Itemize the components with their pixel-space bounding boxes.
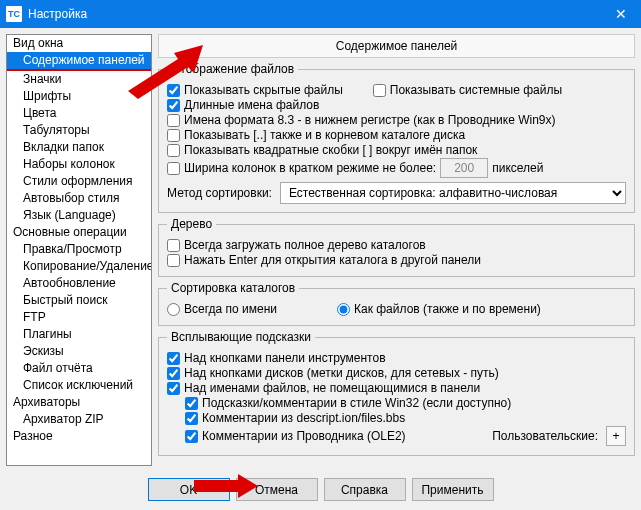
custom-tooltips-label: Пользовательские: bbox=[492, 429, 598, 443]
custom-tooltips-add-button[interactable]: + bbox=[606, 426, 626, 446]
group-tooltips: Всплывающие подсказки Над кнопками панел… bbox=[158, 330, 635, 456]
show-system-checkbox[interactable]: Показывать системные файлы bbox=[373, 83, 562, 97]
app-icon: TC bbox=[6, 6, 22, 22]
close-icon[interactable]: ✕ bbox=[601, 0, 641, 28]
sort-by-name-radio[interactable]: Всегда по имени bbox=[167, 302, 277, 316]
tree-item[interactable]: Правка/Просмотр bbox=[7, 241, 151, 258]
sort-like-files-radio[interactable]: Как файлов (также и по времени) bbox=[337, 302, 541, 316]
tree-item[interactable]: Архиватор ZIP bbox=[7, 411, 151, 428]
group-sort-legend: Сортировка каталогов bbox=[167, 281, 299, 295]
tooltip-drives-checkbox[interactable]: Над кнопками дисков (метки дисков, для с… bbox=[167, 366, 499, 380]
group-display: Отображение файлов Показывать скрытые фа… bbox=[158, 62, 635, 213]
help-button[interactable]: Справка bbox=[324, 478, 406, 501]
col-width-suffix: пикселей bbox=[492, 161, 543, 175]
long-names-checkbox[interactable]: Длинные имена файлов bbox=[167, 98, 319, 112]
tree-item[interactable]: Архиваторы bbox=[7, 394, 151, 411]
tree-item[interactable]: Автообновление bbox=[7, 275, 151, 292]
tree-item[interactable]: FTP bbox=[7, 309, 151, 326]
tree-item[interactable]: Цвета bbox=[7, 105, 151, 122]
tree-item[interactable]: Копирование/Удаление bbox=[7, 258, 151, 275]
group-tree-legend: Дерево bbox=[167, 217, 216, 231]
group-sort: Сортировка каталогов Всегда по имени Как… bbox=[158, 281, 635, 326]
tree-item[interactable]: Автовыбор стиля bbox=[7, 190, 151, 207]
names-83-checkbox[interactable]: Имена формата 8.3 - в нижнем регистре (к… bbox=[167, 113, 556, 127]
annotation-arrow-hidden bbox=[128, 45, 203, 97]
tooltip-ole2-checkbox[interactable]: Комментарии из Проводника (OLE2) bbox=[185, 429, 406, 443]
tree-item[interactable]: Наборы колонок bbox=[7, 156, 151, 173]
tree-item[interactable]: Список исключений bbox=[7, 377, 151, 394]
titlebar: TC Настройка ✕ bbox=[0, 0, 641, 28]
tree-item[interactable]: Язык (Language) bbox=[7, 207, 151, 224]
tooltip-win32-checkbox[interactable]: Подсказки/комментарии в стиле Win32 (есл… bbox=[185, 396, 511, 410]
enter-open-checkbox[interactable]: Нажать Enter для открытия каталога в дру… bbox=[167, 253, 481, 267]
always-load-tree-checkbox[interactable]: Всегда загружать полное дерево каталогов bbox=[167, 238, 426, 252]
tree-item[interactable]: Табуляторы bbox=[7, 122, 151, 139]
tree-item[interactable]: Стили оформления bbox=[7, 173, 151, 190]
group-tooltips-legend: Всплывающие подсказки bbox=[167, 330, 315, 344]
tree-item[interactable]: Эскизы bbox=[7, 343, 151, 360]
apply-button[interactable]: Применить bbox=[412, 478, 494, 501]
tree-item[interactable]: Плагины bbox=[7, 326, 151, 343]
button-bar: OK Отмена Справка Применить bbox=[0, 472, 641, 510]
tree-item[interactable]: Файл отчёта bbox=[7, 360, 151, 377]
tree-item[interactable]: Разное bbox=[7, 428, 151, 445]
tree-item[interactable]: Быстрый поиск bbox=[7, 292, 151, 309]
sort-method-label: Метод сортировки: bbox=[167, 186, 272, 200]
show-dotdot-checkbox[interactable]: Показывать [..] также и в корневом катал… bbox=[167, 128, 465, 142]
category-tree[interactable]: Вид окнаСодержимое панелейЗначкиШрифтыЦв… bbox=[6, 34, 152, 466]
tree-item[interactable]: Основные операции bbox=[7, 224, 151, 241]
svg-marker-0 bbox=[128, 45, 203, 99]
tree-item[interactable]: Вкладки папок bbox=[7, 139, 151, 156]
show-brackets-checkbox[interactable]: Показывать квадратные скобки [ ] вокруг … bbox=[167, 143, 477, 157]
group-tree: Дерево Всегда загружать полное дерево ка… bbox=[158, 217, 635, 277]
col-width-input[interactable] bbox=[440, 158, 488, 178]
tooltip-toolbar-checkbox[interactable]: Над кнопками панели инструментов bbox=[167, 351, 386, 365]
sort-method-select[interactable]: Естественная сортировка: алфавитно-число… bbox=[280, 182, 626, 204]
tooltip-names-checkbox[interactable]: Над именами файлов, не помещающимися в п… bbox=[167, 381, 480, 395]
tooltip-descript-checkbox[interactable]: Комментарии из descript.ion/files.bbs bbox=[185, 411, 405, 425]
page-title: Содержимое панелей bbox=[158, 34, 635, 58]
col-width-checkbox[interactable]: Ширина колонок в кратком режиме не более… bbox=[167, 161, 436, 175]
window-title: Настройка bbox=[28, 7, 601, 21]
